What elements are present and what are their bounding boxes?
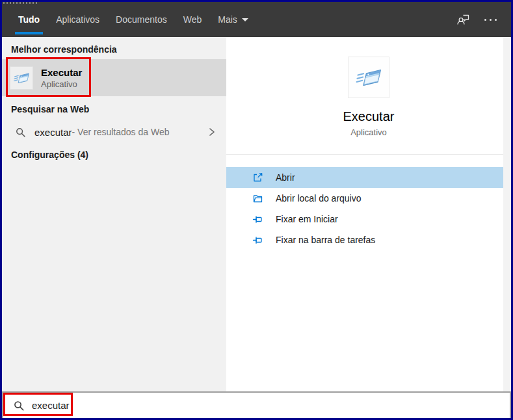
action-label: Fixar em Iniciar xyxy=(276,214,338,224)
more-options-icon[interactable] xyxy=(484,19,497,21)
run-app-icon-large xyxy=(348,57,389,98)
search-flyout-window: Tudo Aplicativos Documentos Web Mais xyxy=(0,0,513,420)
action-abrir-local[interactable]: Abrir local do arquivo xyxy=(226,188,503,209)
filter-tabs: Tudo Aplicativos Documentos Web Mais xyxy=(18,2,248,37)
web-search-query: executar xyxy=(34,127,72,138)
web-search-result[interactable]: executar - Ver resultados da Web xyxy=(2,118,226,146)
open-window-icon xyxy=(252,172,263,183)
chevron-down-icon xyxy=(242,18,248,21)
action-fixar-barra[interactable]: Fixar na barra de tarefas xyxy=(226,230,503,250)
tab-documentos[interactable]: Documentos xyxy=(116,2,167,37)
folder-location-icon xyxy=(252,193,263,203)
preview-divider xyxy=(226,154,503,155)
preview-panel: Executar Aplicativo Abrir xyxy=(226,37,511,391)
web-search-header: Pesquisar na Web xyxy=(2,96,226,118)
search-icon xyxy=(15,127,26,138)
web-search-suffix: - Ver resultados da Web xyxy=(72,127,170,137)
tab-aplicativos[interactable]: Aplicativos xyxy=(56,2,99,37)
search-bar[interactable]: executar xyxy=(2,391,511,418)
results-area: Melhor correspondência xyxy=(2,37,511,391)
best-match-subtitle: Aplicativo xyxy=(41,79,82,89)
tab-web[interactable]: Web xyxy=(183,2,202,37)
results-panel: Melhor correspondência xyxy=(2,37,226,391)
tab-tudo[interactable]: Tudo xyxy=(18,2,40,37)
pin-icon xyxy=(252,214,263,224)
action-abrir[interactable]: Abrir xyxy=(226,167,503,188)
action-label: Fixar na barra de tarefas xyxy=(276,235,375,245)
action-label: Abrir local do arquivo xyxy=(276,193,362,203)
chevron-right-icon[interactable] xyxy=(208,127,216,137)
user-feedback-icon[interactable] xyxy=(456,12,471,27)
run-app-icon xyxy=(10,66,33,90)
search-filter-bar: Tudo Aplicativos Documentos Web Mais xyxy=(2,2,511,37)
best-match-title: Executar xyxy=(41,67,82,78)
action-fixar-iniciar[interactable]: Fixar em Iniciar xyxy=(226,209,503,230)
settings-header: Configurações (4) xyxy=(2,146,226,164)
search-input[interactable]: executar xyxy=(32,400,70,411)
search-icon xyxy=(13,400,25,412)
pin-icon xyxy=(252,235,263,245)
app-type: Aplicativo xyxy=(226,127,511,138)
action-list: Abrir Abrir local do arquivo xyxy=(226,167,503,250)
scrollbar[interactable] xyxy=(503,37,511,391)
app-name: Executar xyxy=(226,109,511,124)
action-label: Abrir xyxy=(276,172,295,183)
tab-mais-label: Mais xyxy=(218,14,237,25)
tab-mais[interactable]: Mais xyxy=(218,2,248,37)
best-match-result[interactable]: Executar Aplicativo xyxy=(2,59,226,96)
best-match-header: Melhor correspondência xyxy=(2,37,226,59)
